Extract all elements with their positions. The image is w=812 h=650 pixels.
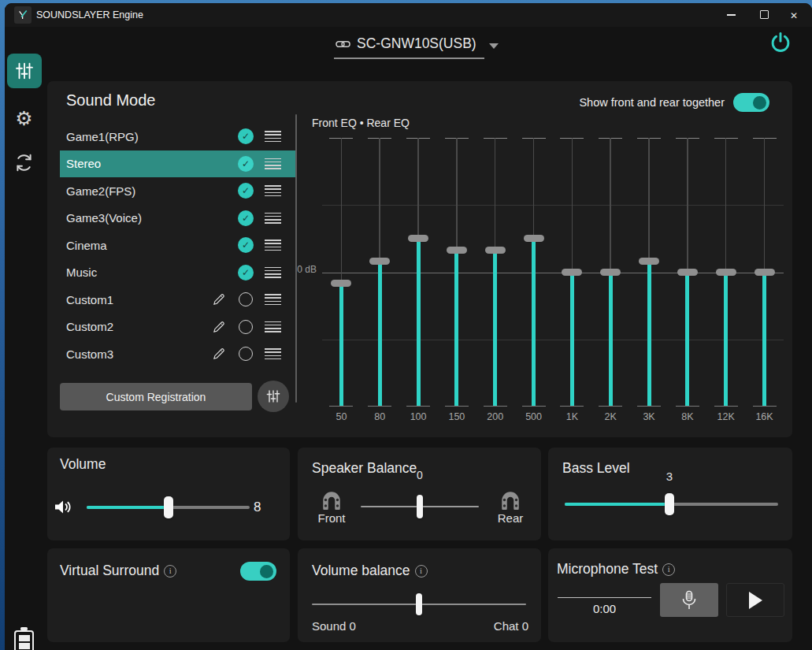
eq-band-3K [630, 138, 669, 407]
sound-mode-item[interactable]: Game1(RPG) [60, 123, 295, 150]
eq-band-tick-label: 500 [514, 411, 553, 422]
sound-mode-item[interactable]: Cinema [60, 232, 295, 259]
eq-band-tick-label: 150 [437, 411, 476, 422]
eq-slider-handle[interactable] [369, 258, 390, 265]
window-title: SOUNDSLAYER Engine [36, 3, 143, 27]
show-front-rear-toggle[interactable] [733, 93, 769, 112]
drag-handle-icon[interactable] [265, 267, 281, 278]
sound-mode-item-label: Custom3 [66, 347, 201, 361]
sound-mode-panel: Sound Mode Game1(RPG)StereoGame2(FPS)Gam… [47, 81, 792, 437]
eq-bands [322, 138, 784, 407]
eq-slider-fill [339, 284, 343, 407]
eq-band-labels: 50801001502005001K2K3K8K12K16K [322, 411, 784, 422]
sidebar-item-settings[interactable] [13, 107, 35, 130]
eq-slider-handle[interactable] [408, 235, 428, 242]
eq-slider-handle[interactable] [716, 269, 736, 276]
maximize-button[interactable] [751, 3, 777, 26]
eq-slider-fill [609, 273, 613, 407]
microphone-test-title: Microphone Test [557, 561, 658, 578]
device-label: SC-GNW10S(USB) [357, 35, 476, 52]
device-selector[interactable]: SC-GNW10S(USB) [334, 35, 499, 60]
eq-slider-handle[interactable] [639, 258, 659, 265]
list-scrollbar[interactable] [295, 114, 297, 403]
app-window: SOUNDSLAYER Engine [5, 3, 812, 650]
headphone-front-icon [321, 492, 342, 510]
volume-balance-handle[interactable] [416, 593, 422, 615]
drag-handle-icon[interactable] [265, 131, 281, 142]
volume-balance-slider[interactable] [312, 593, 526, 615]
drag-handle-icon[interactable] [265, 185, 281, 196]
eq-band-50 [322, 138, 361, 407]
eq-slider-handle[interactable] [562, 269, 582, 276]
eq-band-16K [745, 138, 784, 407]
eq-slider-handle[interactable] [447, 247, 467, 254]
drag-handle-icon[interactable] [265, 348, 281, 359]
virtual-surround-toggle[interactable] [240, 562, 276, 581]
sound-mode-item-label: Custom2 [66, 320, 201, 333]
sound-balance-label: Sound 0 [312, 619, 356, 633]
eq-slider-handle[interactable] [331, 280, 351, 287]
maximize-icon [760, 10, 769, 19]
eq-settings-button[interactable] [258, 381, 289, 412]
eq-band-tick-label: 50 [322, 411, 361, 422]
eq-slider-handle[interactable] [755, 269, 775, 276]
sidebar-item-refresh[interactable] [13, 152, 35, 173]
eq-band-tick-label: 200 [476, 411, 514, 422]
minimize-button[interactable] [717, 3, 744, 26]
custom-registration-button[interactable]: Custom Registration [60, 383, 252, 410]
sound-mode-item[interactable]: Custom1 [60, 286, 295, 314]
sidebar-item-equalizer[interactable] [7, 54, 42, 88]
sound-mode-item[interactable]: Custom3 [60, 340, 295, 368]
sound-mode-item[interactable]: Custom2 [60, 314, 295, 341]
drag-handle-icon[interactable] [265, 158, 281, 169]
check-icon [238, 265, 254, 280]
volume-slider-handle[interactable] [164, 496, 173, 518]
front-label: Front [312, 511, 351, 525]
virtual-surround-card: Virtual Surround [47, 548, 290, 642]
play-icon [749, 592, 762, 609]
eq-slider-fill [417, 239, 421, 407]
info-icon[interactable] [415, 565, 428, 578]
eq-slider-fill [647, 261, 651, 407]
info-icon[interactable] [662, 563, 675, 576]
eq-band-tick-label: 1K [553, 411, 591, 422]
volume-balance-title: Volume balance [312, 563, 410, 579]
speaker-balance-slider[interactable] [361, 495, 479, 518]
refresh-icon [13, 152, 35, 173]
bass-level-fill [565, 503, 669, 506]
edit-button[interactable] [210, 320, 228, 334]
sound-mode-item[interactable]: Music [60, 259, 295, 287]
sound-mode-item-label: Game3(Voice) [66, 211, 228, 225]
drag-handle-icon[interactable] [265, 213, 281, 224]
bass-level-slider[interactable] [565, 493, 778, 515]
unregistered-circle-icon[interactable] [239, 292, 253, 306]
info-icon[interactable] [164, 565, 176, 578]
close-button[interactable] [780, 3, 807, 26]
eq-slider-handle[interactable] [485, 247, 506, 254]
record-mic-button[interactable] [660, 583, 718, 617]
eq-slider-handle[interactable] [524, 235, 544, 242]
drag-handle-icon[interactable] [265, 240, 281, 251]
volume-slider[interactable] [87, 496, 250, 518]
play-button[interactable] [726, 583, 784, 617]
sound-mode-item[interactable]: Game2(FPS) [60, 177, 295, 205]
unregistered-circle-icon[interactable] [239, 320, 253, 334]
eq-slider-handle[interactable] [677, 269, 698, 276]
drag-handle-icon[interactable] [265, 294, 281, 305]
drag-handle-icon[interactable] [265, 321, 281, 332]
bass-level-handle[interactable] [665, 493, 674, 515]
eq-slider-handle[interactable] [600, 269, 621, 276]
sound-mode-item[interactable]: Game3(Voice) [60, 205, 295, 232]
sound-mode-list: Game1(RPG)StereoGame2(FPS)Game3(Voice)Ci… [60, 123, 295, 368]
title-bar: SOUNDSLAYER Engine [5, 3, 812, 27]
speaker-balance-handle[interactable] [417, 495, 423, 518]
eq-slider-fill [454, 250, 458, 407]
recording-progress-line [558, 597, 651, 598]
eq-band-80 [361, 138, 399, 407]
power-button[interactable] [768, 31, 793, 56]
sound-mode-item[interactable]: Stereo [60, 150, 295, 178]
unregistered-circle-icon[interactable] [239, 347, 253, 361]
volume-balance-card: Volume balance Sound 0 Chat 0 [298, 548, 541, 642]
edit-button[interactable] [210, 347, 228, 361]
edit-button[interactable] [210, 292, 228, 306]
